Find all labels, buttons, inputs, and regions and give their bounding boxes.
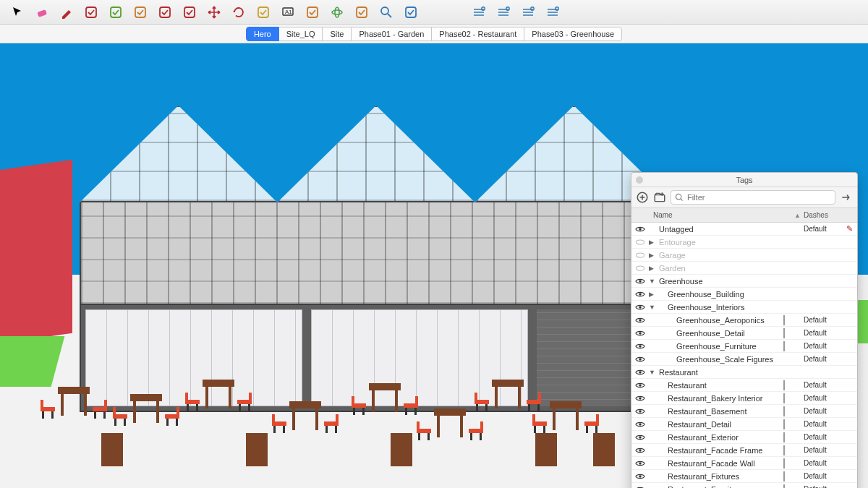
tag-row[interactable]: RestaurantDefault — [631, 379, 857, 392]
tag-dash-style[interactable]: Default — [804, 225, 844, 233]
zoom-tool[interactable] — [378, 4, 395, 21]
tag-dash-style[interactable]: Default — [804, 459, 844, 467]
tags-search-input[interactable] — [671, 190, 835, 205]
scene-tab[interactable]: Site_LQ — [278, 27, 323, 41]
visibility-toggle-icon[interactable] — [634, 251, 646, 260]
rotate-tool[interactable] — [230, 4, 247, 21]
scene-tab[interactable]: Hero — [246, 27, 279, 41]
tag-dash-style[interactable]: Default — [804, 420, 844, 428]
select-tool[interactable] — [9, 4, 26, 21]
eraser-tool[interactable] — [33, 4, 51, 21]
scene-tab[interactable]: Phase03 - Greenhouse — [524, 27, 622, 41]
tag-row[interactable]: Restaurant_Facade FrameDefault — [631, 444, 857, 457]
tag-color-swatch[interactable] — [783, 472, 804, 481]
move-tool[interactable] — [205, 4, 223, 21]
visibility-toggle-icon[interactable] — [634, 290, 646, 299]
disclosure-triangle-icon[interactable]: ▶ — [649, 291, 656, 298]
text-tool[interactable]: A1 — [279, 4, 297, 21]
visibility-toggle-icon[interactable] — [634, 420, 646, 429]
tag-color-swatch[interactable] — [783, 316, 804, 325]
tag-row[interactable]: Restaurant_Facade WallDefault — [631, 457, 857, 470]
tag-row[interactable]: ▶Garage — [631, 249, 857, 262]
tags-panel-menu-button[interactable] — [840, 191, 853, 204]
tag-dash-style[interactable]: Default — [804, 381, 844, 389]
disclosure-triangle-icon[interactable]: ▼ — [649, 304, 656, 311]
tag-dash-style[interactable]: Default — [804, 394, 844, 402]
visibility-toggle-icon[interactable] — [634, 277, 646, 286]
visibility-toggle-icon[interactable] — [634, 303, 646, 312]
visibility-toggle-icon[interactable] — [634, 316, 646, 325]
tag-row[interactable]: ▶Greenhouse_Building — [631, 288, 857, 301]
disclosure-triangle-icon[interactable]: ▶ — [649, 239, 656, 246]
scene-tab[interactable]: Phase02 - Restaurant — [431, 27, 524, 41]
tag-row[interactable]: ▶Entourage — [631, 236, 857, 249]
tag-color-swatch[interactable] — [783, 459, 804, 468]
tag-color-swatch[interactable] — [783, 407, 804, 416]
tag-color-swatch[interactable] — [783, 485, 804, 489]
active-tag-pencil-icon[interactable]: ✎ — [844, 224, 854, 234]
tag-row[interactable]: Greenhouse_FurnitureDefault — [631, 340, 857, 353]
tag-row[interactable]: ▼Greenhouse_Interiors — [631, 301, 857, 314]
paint-tool[interactable] — [304, 4, 321, 21]
tags-columns-header[interactable]: Name ▲ Dashes — [631, 208, 857, 223]
visibility-toggle-icon[interactable] — [634, 225, 646, 234]
visibility-toggle-icon[interactable] — [634, 381, 646, 390]
visibility-toggle-icon[interactable] — [634, 472, 646, 481]
visibility-toggle-icon[interactable] — [634, 264, 646, 273]
visibility-toggle-icon[interactable] — [634, 368, 646, 377]
visibility-toggle-icon[interactable] — [634, 329, 646, 338]
scene-tab[interactable]: Site — [322, 27, 352, 41]
tag-row[interactable]: UntaggedDefault✎ — [631, 223, 857, 236]
tags-list[interactable]: UntaggedDefault✎▶Entourage▶Garage▶Garden… — [631, 223, 857, 488]
tag-row[interactable]: ▼Restaurant — [631, 366, 857, 379]
tags-panel[interactable]: Tags Name ▲ Dashes — [631, 172, 858, 488]
scene-tab[interactable]: Phase01 - Garden — [351, 27, 432, 41]
tag-row[interactable]: Restaurant_BasementDefault — [631, 405, 857, 418]
visibility-toggle-icon[interactable] — [634, 446, 646, 455]
tag-dash-style[interactable]: Default — [804, 407, 844, 415]
tags-panel-titlebar[interactable]: Tags — [631, 173, 857, 187]
column-name[interactable]: Name — [649, 211, 783, 219]
visibility-toggle-icon[interactable] — [634, 394, 646, 403]
ext-layers2-tool[interactable] — [519, 4, 537, 21]
visibility-toggle-icon[interactable] — [634, 238, 646, 247]
tag-row[interactable]: ▼Greenhouse — [631, 275, 857, 288]
tag-color-swatch[interactable] — [783, 433, 804, 442]
rectangle-tool[interactable] — [107, 4, 124, 21]
arc-tool[interactable] — [82, 4, 100, 21]
visibility-toggle-icon[interactable] — [634, 485, 646, 489]
tag-dash-style[interactable]: Default — [804, 485, 844, 488]
orbit-tool[interactable] — [328, 4, 346, 21]
tape-tool[interactable] — [255, 4, 272, 21]
tag-dash-style[interactable]: Default — [804, 329, 844, 337]
tag-color-swatch[interactable] — [783, 420, 804, 429]
tag-row[interactable]: Greenhouse_AeroponicsDefault — [631, 314, 857, 327]
tag-row[interactable]: Restaurant_ExteriorDefault — [631, 431, 857, 444]
zoom-extents-tool[interactable] — [402, 4, 420, 21]
add-tag-button[interactable] — [636, 191, 649, 204]
close-icon[interactable] — [636, 176, 643, 184]
tag-dash-style[interactable]: Default — [804, 446, 844, 454]
visibility-toggle-icon[interactable] — [634, 355, 646, 364]
disclosure-triangle-icon[interactable]: ▶ — [649, 265, 656, 272]
tag-dash-style[interactable]: Default — [804, 316, 844, 324]
visibility-toggle-icon[interactable] — [634, 407, 646, 416]
tag-row[interactable]: Restaurant_Bakery InteriorDefault — [631, 392, 857, 405]
tag-dash-style[interactable]: Default — [804, 433, 844, 441]
viewport-3d[interactable]: Tags Name ▲ Dashes — [0, 43, 868, 488]
tag-dash-style[interactable]: Default — [804, 342, 844, 350]
tag-color-swatch[interactable] — [783, 329, 804, 338]
tag-color-swatch[interactable] — [783, 381, 804, 390]
disclosure-triangle-icon[interactable]: ▶ — [649, 252, 656, 259]
visibility-toggle-icon[interactable] — [634, 459, 646, 468]
tag-row[interactable]: Restaurant_DetailDefault — [631, 418, 857, 431]
disclosure-triangle-icon[interactable]: ▼ — [649, 278, 656, 285]
tag-row[interactable]: Restaurant_FurnitureDefault — [631, 483, 857, 488]
tag-row[interactable]: Greenhouse_DetailDefault — [631, 327, 857, 340]
ext-gear-tool[interactable] — [470, 4, 488, 21]
tag-dash-style[interactable]: Default — [804, 472, 844, 480]
pan-tool[interactable] — [353, 4, 370, 21]
pushpull-tool[interactable] — [132, 4, 149, 21]
tag-row[interactable]: Greenhouse_Scale FiguresDefault — [631, 353, 857, 366]
tag-row[interactable]: ▶Garden — [631, 262, 857, 275]
